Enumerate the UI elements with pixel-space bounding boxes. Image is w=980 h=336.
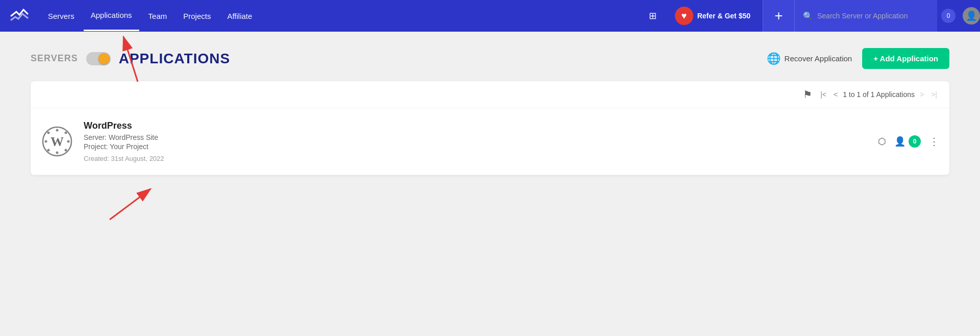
pagination-next[interactable]: >: [918, 89, 926, 100]
navbar: Servers Applications Team Projects Affil…: [0, 0, 980, 32]
svg-point-7: [45, 140, 47, 143]
app-actions: ⬡ 👤 0 ⋮: [878, 135, 939, 148]
user-count-badge[interactable]: 👤 0: [894, 135, 921, 148]
page-header-left: SERVERS APPLICATIONS: [31, 51, 230, 67]
nav-right: ♥ Refer & Get $50 + 🔍 0 👤: [663, 0, 980, 32]
app-row: W WordPress Server: Word: [31, 108, 949, 175]
recover-icon: 🌐: [767, 52, 781, 65]
nav-link-projects[interactable]: Projects: [176, 2, 218, 31]
svg-point-10: [47, 149, 50, 152]
pagination-last[interactable]: >|: [929, 89, 939, 100]
servers-label: SERVERS: [31, 53, 78, 64]
app-icon: W: [41, 125, 73, 158]
search-icon: 🔍: [803, 11, 813, 21]
svg-point-4: [56, 129, 59, 132]
applications-card: ⚑ |< < 1 to 1 of 1 Applications > >|: [31, 81, 949, 175]
nav-links: Servers Applications Team Projects Affil…: [41, 1, 643, 31]
more-options-button[interactable]: ⋮: [929, 135, 939, 148]
card-toolbar: ⚑ |< < 1 to 1 of 1 Applications > >|: [31, 81, 949, 108]
page-header: SERVERS APPLICATIONS 🌐 Recover Applicati…: [31, 48, 949, 69]
app-project: Project: Your Project: [84, 142, 868, 151]
filter-icon[interactable]: ⚑: [803, 88, 812, 101]
external-link-icon[interactable]: ⬡: [878, 136, 886, 147]
pagination-prev[interactable]: <: [832, 89, 840, 100]
svg-point-8: [65, 132, 67, 134]
view-toggle[interactable]: [86, 52, 111, 65]
refer-button[interactable]: ♥ Refer & Get $50: [663, 0, 763, 32]
app-server: Server: WordPress Site: [84, 133, 868, 141]
main-content: SERVERS APPLICATIONS 🌐 Recover Applicati…: [0, 32, 980, 336]
nav-link-team[interactable]: Team: [141, 2, 174, 31]
notification-badge[interactable]: 0: [941, 9, 956, 23]
recover-button[interactable]: 🌐 Recover Application: [767, 52, 852, 65]
svg-point-9: [65, 149, 67, 152]
grid-icon[interactable]: ⊞: [643, 10, 663, 21]
app-created: Created: 31st August, 2022: [84, 155, 868, 162]
svg-line-15: [110, 189, 150, 220]
pagination-info: |< < 1 to 1 of 1 Applications > >|: [818, 89, 939, 100]
add-application-label: + Add Application: [873, 54, 938, 63]
app-info: WordPress Server: WordPress Site Project…: [84, 121, 868, 162]
refer-label: Refer & Get $50: [697, 12, 750, 20]
user-icon: 👤: [894, 136, 906, 147]
nav-link-servers[interactable]: Servers: [41, 2, 82, 31]
heart-icon: ♥: [675, 7, 693, 25]
add-button[interactable]: +: [763, 0, 794, 32]
app-name: WordPress: [84, 121, 868, 131]
nav-link-affiliate[interactable]: Affiliate: [220, 2, 259, 31]
applications-title: APPLICATIONS: [119, 51, 230, 67]
avatar-icon: 👤: [966, 10, 977, 21]
search-area: 🔍: [794, 0, 937, 32]
logo[interactable]: [8, 5, 31, 27]
user-count: 0: [909, 135, 921, 148]
toggle-thumb: [98, 53, 110, 64]
pagination-first[interactable]: |<: [818, 89, 828, 100]
recover-label: Recover Application: [785, 54, 852, 63]
pagination-text: 1 to 1 of 1 Applications: [843, 90, 915, 99]
svg-text:W: W: [51, 134, 64, 149]
search-input[interactable]: [817, 12, 919, 20]
add-application-button[interactable]: + Add Application: [862, 48, 949, 69]
plus-icon: +: [774, 8, 783, 24]
svg-point-6: [56, 152, 59, 154]
notification-count: 0: [947, 12, 950, 19]
nav-link-applications[interactable]: Applications: [84, 1, 139, 31]
toggle-track: [86, 52, 111, 65]
user-avatar[interactable]: 👤: [963, 7, 980, 25]
svg-point-11: [47, 132, 50, 134]
page-header-right: 🌐 Recover Application + Add Application: [767, 48, 949, 69]
svg-point-5: [67, 140, 70, 143]
